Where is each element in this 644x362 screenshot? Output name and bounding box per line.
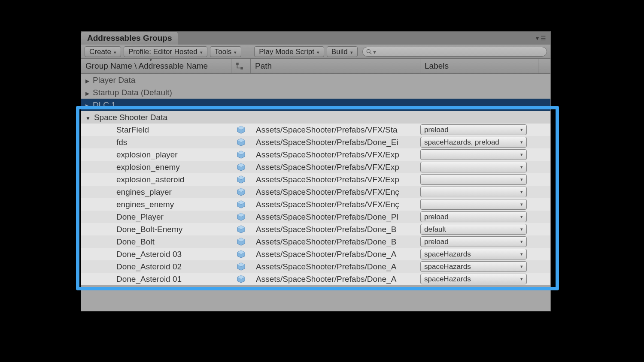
- asset-name: explosion_asteroid: [81, 175, 231, 184]
- addressables-window: Addressables Groups ▾ ☰ Create Profile: …: [81, 31, 551, 311]
- labels-dropdown[interactable]: preload▾: [420, 211, 527, 222]
- asset-path: Assets/SpaceShooter/Prefabs/VFX/Enç: [251, 187, 420, 197]
- asset-name: engines_enemy: [81, 200, 231, 209]
- prefab-icon: [231, 262, 251, 271]
- asset-name: fds: [81, 138, 231, 147]
- asset-row[interactable]: Done_Asteroid 03Assets/SpaceShooter/Pref…: [81, 248, 550, 260]
- asset-row[interactable]: fdsAssets/SpaceShooter/Prefabs/Done_Eisp…: [81, 136, 550, 148]
- labels-dropdown[interactable]: ▾: [420, 149, 527, 160]
- asset-row[interactable]: engines_playerAssets/SpaceShooter/Prefab…: [81, 186, 550, 198]
- asset-row[interactable]: Done_Bolt-EnemyAssets/SpaceShooter/Prefa…: [81, 223, 550, 235]
- search-input[interactable]: ▾: [362, 47, 547, 57]
- disclosure-triangle-icon[interactable]: [85, 75, 93, 85]
- labels-dropdown[interactable]: ▾: [420, 187, 527, 197]
- asset-row[interactable]: Done_Asteroid 01Assets/SpaceShooter/Pref…: [81, 273, 550, 285]
- column-header-labels[interactable]: Labels: [420, 59, 538, 73]
- asset-row[interactable]: engines_enemyAssets/SpaceShooter/Prefabs…: [81, 198, 550, 211]
- labels-value: default: [424, 225, 446, 234]
- group-label: DLC 1: [93, 100, 116, 110]
- asset-path: Assets/SpaceShooter/Prefabs/Done_B: [251, 237, 420, 247]
- asset-row[interactable]: explosion_enemyAssets/SpaceShooter/Prefa…: [81, 161, 550, 173]
- labels-dropdown[interactable]: preload▾: [420, 124, 527, 135]
- labels-dropdown[interactable]: spaceHazards▾: [420, 249, 527, 259]
- labels-value: preload: [424, 238, 449, 246]
- dropdown-caret-icon: ▾: [520, 264, 523, 269]
- asset-path: Assets/SpaceShooter/Prefabs/VFX/Exp: [251, 150, 420, 160]
- asset-row[interactable]: explosion_asteroidAssets/SpaceShooter/Pr…: [81, 173, 550, 186]
- column-header-path[interactable]: Path: [251, 59, 420, 73]
- prefab-icon: [231, 163, 251, 172]
- build-label: Build: [331, 48, 348, 56]
- label-cell: spaceHazards▾: [420, 261, 530, 272]
- asset-name: explosion_player: [81, 150, 231, 160]
- tab-addressables-groups[interactable]: Addressables Groups: [81, 32, 178, 45]
- dropdown-caret-icon: [350, 48, 353, 56]
- asset-path: Assets/SpaceShooter/Prefabs/VFX/Exp: [251, 163, 420, 172]
- group-label: Space Shooter Data: [94, 113, 167, 122]
- prefab-icon: [231, 187, 251, 196]
- column-header-icon[interactable]: [231, 59, 251, 73]
- column-header-name[interactable]: Group Name \ Addressable Name ▾: [81, 59, 231, 73]
- labels-dropdown[interactable]: ▾: [420, 162, 527, 172]
- dropdown-caret-icon: ▾: [520, 152, 523, 157]
- prefab-icon: [231, 250, 251, 259]
- disclosure-triangle-icon[interactable]: [85, 88, 93, 97]
- labels-dropdown[interactable]: ▾: [420, 199, 527, 210]
- label-cell: spaceHazards, preload▾: [420, 137, 530, 148]
- asset-row[interactable]: Done_PlayerAssets/SpaceShooter/Prefabs/D…: [81, 211, 550, 223]
- tools-button[interactable]: Tools: [210, 46, 242, 57]
- group-label: Player Data: [93, 75, 135, 85]
- hierarchy-icon: [236, 62, 243, 70]
- group-startup-data[interactable]: Startup Data (Default): [81, 86, 550, 99]
- prefab-icon: [231, 138, 251, 147]
- prefab-icon: [231, 212, 251, 221]
- dropdown-caret-icon: [114, 48, 116, 56]
- build-button[interactable]: Build: [327, 46, 358, 57]
- asset-row[interactable]: Done_Asteroid 02Assets/SpaceShooter/Pref…: [81, 260, 550, 273]
- group-space-shooter[interactable]: Space Shooter Data: [81, 111, 550, 124]
- asset-name: Done_Bolt: [81, 237, 231, 247]
- labels-dropdown[interactable]: ▾: [420, 174, 527, 185]
- tab-context-menu-icon[interactable]: ▾ ☰: [536, 35, 550, 42]
- labels-dropdown[interactable]: preload▾: [420, 236, 527, 247]
- labels-dropdown[interactable]: default▾: [420, 224, 527, 235]
- dropdown-caret-icon: ▾: [520, 202, 523, 207]
- label-cell: ▾: [420, 187, 530, 197]
- asset-path: Assets/SpaceShooter/Prefabs/Done_Ei: [251, 138, 420, 147]
- disclosure-triangle-icon[interactable]: [85, 113, 94, 122]
- labels-value: spaceHazards: [424, 275, 471, 284]
- label-cell: ▾: [420, 174, 530, 185]
- prefab-icon: [231, 125, 251, 134]
- prefab-icon: [231, 275, 251, 284]
- toolbar: Create Profile: Editor Hosted Tools Play…: [81, 45, 550, 59]
- profile-button[interactable]: Profile: Editor Hosted: [124, 46, 207, 57]
- create-button[interactable]: Create: [85, 46, 121, 57]
- group-player-data[interactable]: Player Data: [81, 74, 550, 86]
- dropdown-caret-icon: [234, 48, 237, 56]
- prefab-icon: [231, 150, 251, 159]
- asset-path: Assets/SpaceShooter/Prefabs/Done_A: [251, 262, 420, 272]
- asset-name: explosion_enemy: [81, 163, 231, 172]
- asset-name: Done_Asteroid 02: [81, 262, 231, 272]
- prefab-icon: [231, 200, 251, 209]
- play-mode-script-button[interactable]: Play Mode Script: [254, 46, 324, 57]
- asset-row[interactable]: Done_BoltAssets/SpaceShooter/Prefabs/Don…: [81, 235, 550, 248]
- tree-view: Player Data Startup Data (Default) DLC 1…: [81, 74, 550, 311]
- asset-row[interactable]: StarFieldAssets/SpaceShooter/Prefabs/VFX…: [81, 124, 550, 136]
- labels-value: preload: [424, 126, 449, 134]
- label-cell: ▾: [420, 149, 530, 160]
- column-headers: Group Name \ Addressable Name ▾ Path Lab…: [81, 59, 550, 74]
- asset-row[interactable]: explosion_playerAssets/SpaceShooter/Pref…: [81, 148, 550, 161]
- asset-path: Assets/SpaceShooter/Prefabs/Done_Pl: [251, 212, 420, 222]
- disclosure-triangle-icon[interactable]: [85, 100, 93, 110]
- group-dlc1[interactable]: DLC 1: [81, 99, 550, 111]
- labels-dropdown[interactable]: spaceHazards▾: [420, 274, 527, 284]
- labels-dropdown[interactable]: spaceHazards, preload▾: [420, 137, 527, 148]
- asset-name: Done_Bolt-Enemy: [81, 225, 231, 234]
- prefab-icon: [231, 237, 251, 246]
- asset-path: Assets/SpaceShooter/Prefabs/VFX/Enç: [251, 200, 420, 209]
- asset-name: Done_Asteroid 03: [81, 250, 231, 259]
- tab-bar: Addressables Groups ▾ ☰: [81, 32, 550, 45]
- labels-dropdown[interactable]: spaceHazards▾: [420, 261, 527, 272]
- label-cell: spaceHazards▾: [420, 249, 530, 259]
